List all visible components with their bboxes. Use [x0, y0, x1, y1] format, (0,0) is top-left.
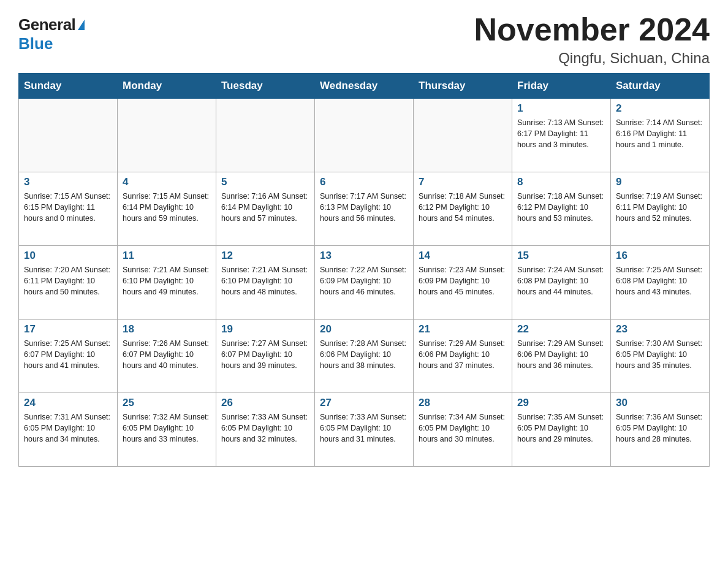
day-number: 1: [517, 102, 605, 115]
day-number: 20: [320, 323, 408, 335]
day-number: 7: [419, 176, 507, 188]
calendar-day-cell: 26Sunrise: 7:33 AM Sunset: 6:05 PM Dayli…: [216, 393, 315, 467]
day-number: 8: [517, 176, 605, 188]
day-number: 29: [517, 397, 605, 409]
calendar-day-cell: 28Sunrise: 7:34 AM Sunset: 6:05 PM Dayli…: [414, 393, 512, 467]
day-info: Sunrise: 7:18 AM Sunset: 6:12 PM Dayligh…: [419, 191, 507, 224]
day-number: 27: [320, 397, 408, 409]
calendar-day-cell: 5Sunrise: 7:16 AM Sunset: 6:14 PM Daylig…: [216, 172, 315, 246]
calendar-day-cell: 17Sunrise: 7:25 AM Sunset: 6:07 PM Dayli…: [19, 320, 118, 393]
day-number: 9: [616, 176, 704, 188]
day-info: Sunrise: 7:13 AM Sunset: 6:17 PM Dayligh…: [517, 117, 605, 150]
day-number: 4: [123, 176, 211, 188]
day-number: 3: [24, 176, 112, 188]
day-info: Sunrise: 7:34 AM Sunset: 6:05 PM Dayligh…: [419, 412, 507, 445]
day-info: Sunrise: 7:29 AM Sunset: 6:06 PM Dayligh…: [517, 338, 605, 371]
calendar-day-cell: [118, 99, 216, 172]
calendar-day-cell: 3Sunrise: 7:15 AM Sunset: 6:15 PM Daylig…: [19, 172, 118, 246]
calendar-day-cell: 4Sunrise: 7:15 AM Sunset: 6:14 PM Daylig…: [118, 172, 216, 246]
day-number: 28: [419, 397, 507, 409]
day-number: 11: [123, 250, 211, 262]
logo-blue-text: Blue: [18, 34, 53, 53]
day-info: Sunrise: 7:22 AM Sunset: 6:09 PM Dayligh…: [320, 264, 408, 297]
calendar-header-cell: Thursday: [414, 74, 512, 99]
day-info: Sunrise: 7:16 AM Sunset: 6:14 PM Dayligh…: [221, 191, 309, 224]
day-info: Sunrise: 7:32 AM Sunset: 6:05 PM Dayligh…: [123, 412, 211, 445]
calendar-day-cell: 23Sunrise: 7:30 AM Sunset: 6:05 PM Dayli…: [611, 320, 710, 393]
calendar-header-cell: Tuesday: [216, 74, 315, 99]
calendar-day-cell: 27Sunrise: 7:33 AM Sunset: 6:05 PM Dayli…: [315, 393, 414, 467]
calendar-week-row: 17Sunrise: 7:25 AM Sunset: 6:07 PM Dayli…: [19, 320, 710, 393]
day-info: Sunrise: 7:20 AM Sunset: 6:11 PM Dayligh…: [24, 264, 112, 297]
calendar-day-cell: 24Sunrise: 7:31 AM Sunset: 6:05 PM Dayli…: [19, 393, 118, 467]
day-info: Sunrise: 7:30 AM Sunset: 6:05 PM Dayligh…: [616, 338, 704, 371]
day-info: Sunrise: 7:23 AM Sunset: 6:09 PM Dayligh…: [419, 264, 507, 297]
calendar-day-cell: 15Sunrise: 7:24 AM Sunset: 6:08 PM Dayli…: [512, 246, 611, 320]
day-info: Sunrise: 7:31 AM Sunset: 6:05 PM Dayligh…: [24, 412, 112, 445]
day-info: Sunrise: 7:25 AM Sunset: 6:08 PM Dayligh…: [616, 264, 704, 297]
calendar-day-cell: 22Sunrise: 7:29 AM Sunset: 6:06 PM Dayli…: [512, 320, 611, 393]
day-info: Sunrise: 7:19 AM Sunset: 6:11 PM Dayligh…: [616, 191, 704, 224]
day-info: Sunrise: 7:27 AM Sunset: 6:07 PM Dayligh…: [221, 338, 309, 371]
day-number: 15: [517, 250, 605, 262]
calendar-day-cell: 8Sunrise: 7:18 AM Sunset: 6:12 PM Daylig…: [512, 172, 611, 246]
calendar-header: SundayMondayTuesdayWednesdayThursdayFrid…: [19, 74, 710, 99]
day-number: 23: [616, 323, 704, 335]
calendar-day-cell: 18Sunrise: 7:26 AM Sunset: 6:07 PM Dayli…: [118, 320, 216, 393]
calendar-day-cell: 10Sunrise: 7:20 AM Sunset: 6:11 PM Dayli…: [19, 246, 118, 320]
day-info: Sunrise: 7:21 AM Sunset: 6:10 PM Dayligh…: [123, 264, 211, 297]
day-number: 26: [221, 397, 309, 409]
calendar-day-cell: 25Sunrise: 7:32 AM Sunset: 6:05 PM Dayli…: [118, 393, 216, 467]
day-number: 21: [419, 323, 507, 335]
day-info: Sunrise: 7:29 AM Sunset: 6:06 PM Dayligh…: [419, 338, 507, 371]
page-header: General Blue November 2024 Qingfu, Sichu…: [18, 12, 710, 67]
calendar-day-cell: 9Sunrise: 7:19 AM Sunset: 6:11 PM Daylig…: [611, 172, 710, 246]
day-number: 6: [320, 176, 408, 188]
calendar-week-row: 1Sunrise: 7:13 AM Sunset: 6:17 PM Daylig…: [19, 99, 710, 172]
calendar-day-cell: 7Sunrise: 7:18 AM Sunset: 6:12 PM Daylig…: [414, 172, 512, 246]
calendar-day-cell: 14Sunrise: 7:23 AM Sunset: 6:09 PM Dayli…: [414, 246, 512, 320]
calendar-day-cell: 13Sunrise: 7:22 AM Sunset: 6:09 PM Dayli…: [315, 246, 414, 320]
calendar-week-row: 24Sunrise: 7:31 AM Sunset: 6:05 PM Dayli…: [19, 393, 710, 467]
day-info: Sunrise: 7:33 AM Sunset: 6:05 PM Dayligh…: [320, 412, 408, 445]
calendar-day-cell: [414, 99, 512, 172]
day-info: Sunrise: 7:15 AM Sunset: 6:14 PM Dayligh…: [123, 191, 211, 224]
logo: General Blue: [18, 12, 85, 53]
day-number: 10: [24, 250, 112, 262]
calendar-week-row: 3Sunrise: 7:15 AM Sunset: 6:15 PM Daylig…: [19, 172, 710, 246]
calendar-day-cell: 1Sunrise: 7:13 AM Sunset: 6:17 PM Daylig…: [512, 99, 611, 172]
page-title: November 2024: [474, 12, 710, 47]
calendar-header-cell: Wednesday: [315, 74, 414, 99]
calendar-header-cell: Sunday: [19, 74, 118, 99]
logo-general-text: General: [18, 15, 75, 34]
calendar-week-row: 10Sunrise: 7:20 AM Sunset: 6:11 PM Dayli…: [19, 246, 710, 320]
calendar-header-cell: Monday: [118, 74, 216, 99]
day-number: 17: [24, 323, 112, 335]
day-number: 12: [221, 250, 309, 262]
day-info: Sunrise: 7:33 AM Sunset: 6:05 PM Dayligh…: [221, 412, 309, 445]
calendar-day-cell: 2Sunrise: 7:14 AM Sunset: 6:16 PM Daylig…: [611, 99, 710, 172]
day-info: Sunrise: 7:15 AM Sunset: 6:15 PM Dayligh…: [24, 191, 112, 224]
day-info: Sunrise: 7:36 AM Sunset: 6:05 PM Dayligh…: [616, 412, 704, 445]
day-number: 14: [419, 250, 507, 262]
day-info: Sunrise: 7:26 AM Sunset: 6:07 PM Dayligh…: [123, 338, 211, 371]
calendar-day-cell: 29Sunrise: 7:35 AM Sunset: 6:05 PM Dayli…: [512, 393, 611, 467]
day-info: Sunrise: 7:17 AM Sunset: 6:13 PM Dayligh…: [320, 191, 408, 224]
day-info: Sunrise: 7:24 AM Sunset: 6:08 PM Dayligh…: [517, 264, 605, 297]
day-number: 13: [320, 250, 408, 262]
calendar-header-cell: Saturday: [611, 74, 710, 99]
day-info: Sunrise: 7:28 AM Sunset: 6:06 PM Dayligh…: [320, 338, 408, 371]
calendar-day-cell: 21Sunrise: 7:29 AM Sunset: 6:06 PM Dayli…: [414, 320, 512, 393]
day-number: 2: [616, 102, 704, 115]
calendar-day-cell: 19Sunrise: 7:27 AM Sunset: 6:07 PM Dayli…: [216, 320, 315, 393]
day-info: Sunrise: 7:14 AM Sunset: 6:16 PM Dayligh…: [616, 117, 704, 150]
day-number: 30: [616, 397, 704, 409]
day-number: 18: [123, 323, 211, 335]
day-number: 19: [221, 323, 309, 335]
calendar-header-row: SundayMondayTuesdayWednesdayThursdayFrid…: [19, 74, 710, 99]
calendar-day-cell: 30Sunrise: 7:36 AM Sunset: 6:05 PM Dayli…: [611, 393, 710, 467]
day-info: Sunrise: 7:35 AM Sunset: 6:05 PM Dayligh…: [517, 412, 605, 445]
day-info: Sunrise: 7:21 AM Sunset: 6:10 PM Dayligh…: [221, 264, 309, 297]
calendar-day-cell: 11Sunrise: 7:21 AM Sunset: 6:10 PM Dayli…: [118, 246, 216, 320]
day-number: 24: [24, 397, 112, 409]
